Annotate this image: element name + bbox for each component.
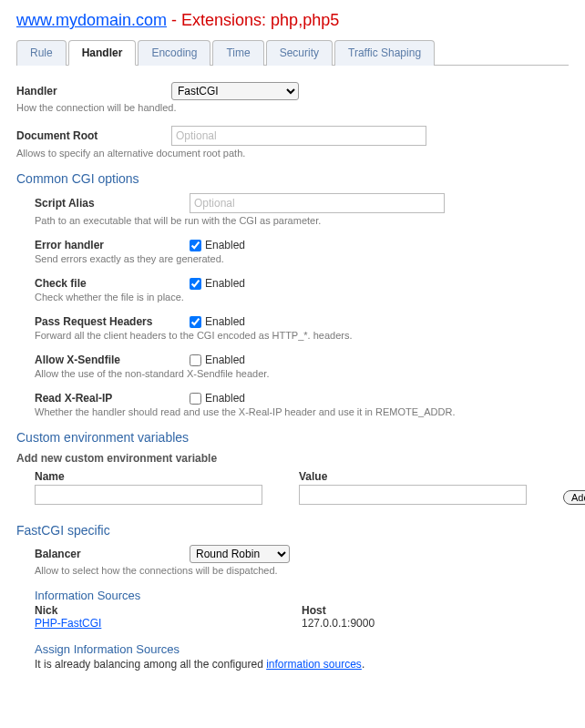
read-xrealip-checklabel: Enabled [205, 392, 245, 405]
tab-encoding[interactable]: Encoding [138, 40, 210, 66]
allow-xsendfile-checklabel: Enabled [205, 354, 245, 366]
allow-xsendfile-checkbox[interactable] [190, 354, 201, 366]
error-handler-checkbox[interactable] [190, 240, 201, 251]
title-separator: - [167, 11, 181, 29]
tab-handler[interactable]: Handler [68, 40, 137, 66]
pass-headers-checkbox[interactable] [190, 316, 201, 328]
error-handler-help: Send errors exactly as they are generate… [35, 253, 569, 264]
info-nick-header: Nick [35, 604, 302, 617]
tab-time[interactable]: Time [212, 40, 263, 66]
docroot-label: Document Root [16, 129, 171, 142]
section-assign: Assign Information Sources [35, 642, 569, 656]
info-host-header: Host [302, 604, 569, 617]
check-file-checklabel: Enabled [205, 277, 245, 290]
read-xrealip-help: Whether the handler should read and use … [35, 406, 569, 417]
info-host-value: 127.0.0.1:9000 [302, 617, 569, 630]
env-value-input[interactable] [299, 485, 527, 505]
section-env: Custom environment variables [16, 430, 569, 445]
tabs: Rule Handler Encoding Time Security Traf… [16, 39, 569, 66]
env-value-label: Value [299, 470, 527, 483]
tab-security[interactable]: Security [266, 40, 333, 66]
handler-label: Handler [16, 85, 171, 97]
handler-select[interactable]: FastCGI [171, 82, 299, 100]
pass-headers-checklabel: Enabled [205, 315, 245, 328]
check-file-label: Check file [35, 277, 190, 290]
allow-xsendfile-help: Allow the use of the non-standard X-Send… [35, 368, 569, 379]
env-name-label: Name [35, 470, 262, 483]
assign-text-b: . [362, 658, 364, 671]
check-file-help: Check whether the file is in place. [35, 292, 569, 302]
tab-rule[interactable]: Rule [16, 40, 67, 66]
balancer-label: Balancer [35, 548, 190, 560]
assign-link[interactable]: information sources [266, 658, 362, 671]
env-name-input[interactable] [35, 485, 262, 505]
assign-text-a: It is already balancing among all the co… [35, 658, 266, 671]
info-nick-link[interactable]: PHP-FastCGI [35, 617, 101, 630]
script-alias-help: Path to an executable that will be run w… [35, 215, 569, 226]
read-xrealip-label: Read X-Real-IP [35, 392, 190, 405]
section-cgi: Common CGI options [16, 171, 569, 186]
add-button[interactable]: Add [563, 490, 585, 505]
script-alias-label: Script Alias [35, 197, 190, 210]
script-alias-input[interactable] [190, 193, 445, 213]
docroot-input[interactable] [171, 126, 426, 146]
error-handler-label: Error handler [35, 239, 190, 251]
env-subtitle: Add new custom environment variable [16, 452, 569, 465]
docroot-help: Allows to specify an alternative documen… [16, 148, 569, 159]
pass-headers-help: Forward all the client headers to the CG… [35, 330, 569, 341]
page-title: www.mydomain.com - Extensions: php,php5 [16, 11, 569, 30]
handler-help: How the connection will be handled. [16, 102, 569, 113]
section-info-sources: Information Sources [35, 589, 569, 602]
pass-headers-label: Pass Request Headers [35, 315, 190, 328]
allow-xsendfile-label: Allow X-Sendfile [35, 354, 190, 366]
error-handler-checklabel: Enabled [205, 239, 245, 251]
title-extensions: Extensions: php,php5 [181, 11, 339, 29]
balancer-select[interactable]: Round Robin [190, 545, 290, 563]
domain-link[interactable]: www.mydomain.com [16, 11, 167, 29]
balancer-help: Allow to select how the connections will… [35, 565, 569, 576]
check-file-checkbox[interactable] [190, 278, 201, 290]
tab-traffic-shaping[interactable]: Traffic Shaping [334, 40, 435, 66]
assign-text: It is already balancing among all the co… [35, 658, 569, 671]
section-fastcgi: FastCGI specific [16, 523, 569, 538]
read-xrealip-checkbox[interactable] [190, 393, 201, 405]
